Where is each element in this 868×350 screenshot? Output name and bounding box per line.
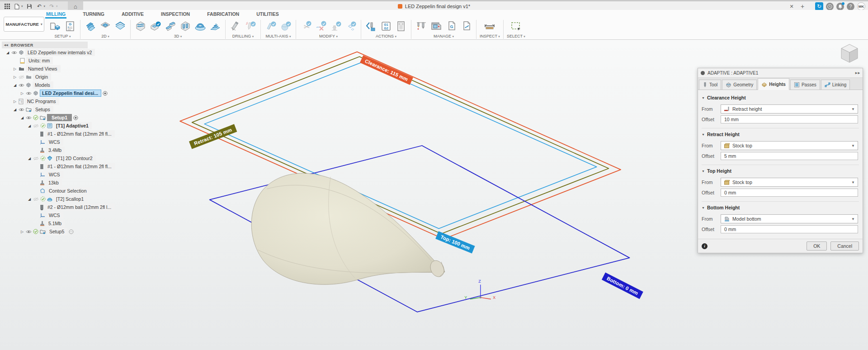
eye-icon[interactable] xyxy=(19,83,24,87)
generate-button[interactable] xyxy=(364,19,378,33)
tree-item-adaptive1[interactable]: ◢ [T1] Adaptive1 xyxy=(2,122,111,130)
radio-empty-icon[interactable] xyxy=(69,229,74,234)
trim-button[interactable]: ✂ xyxy=(299,19,313,33)
file-menu-caret-icon[interactable]: ▾ xyxy=(21,5,23,8)
post-process-button[interactable]: G1G2 xyxy=(379,19,393,33)
redo-icon[interactable]: ↷ xyxy=(48,3,55,10)
swarf-button[interactable] xyxy=(264,19,278,33)
view-cube[interactable] xyxy=(838,42,861,67)
user-avatar[interactable]: MK xyxy=(857,2,865,10)
eye-icon[interactable] xyxy=(11,51,17,55)
close-document-icon[interactable]: ✕ xyxy=(788,2,796,10)
setup-sheet-button[interactable] xyxy=(394,19,408,33)
tree-item-root-document[interactable]: ◢ LED Zeppelin new internals v2 xyxy=(2,48,111,57)
tree-item-named-views[interactable]: ▷ Named Views xyxy=(2,65,111,73)
group-caret-icon[interactable]: ▾ xyxy=(69,35,71,38)
eye-icon[interactable] xyxy=(26,230,32,234)
top-offset-input[interactable]: 0 mm xyxy=(721,189,858,197)
tree-item-tool3[interactable]: #2 - Ø12mm ball (12mm 2fl l... xyxy=(2,203,111,211)
measure-button[interactable] xyxy=(483,19,496,33)
machine-library-button[interactable] xyxy=(429,19,443,33)
2d-contour-button[interactable] xyxy=(113,19,127,33)
expand-arrow-icon[interactable]: ▷ xyxy=(13,75,17,79)
eye-off-icon[interactable] xyxy=(33,197,39,201)
post-library-button[interactable]: G xyxy=(444,19,458,33)
eye-off-icon[interactable] xyxy=(19,75,24,79)
expand-arrow-icon[interactable]: ▷ xyxy=(13,67,17,71)
tree-item-tool2[interactable]: #1 - Ø12mm flat (12mm 2fl fl... xyxy=(2,162,111,170)
template-library-button[interactable] xyxy=(459,19,473,33)
eye-off-icon[interactable] xyxy=(33,156,39,161)
tab-utilities[interactable]: UTILITIES xyxy=(255,11,280,19)
tree-item-size1[interactable]: 3.4Mb xyxy=(2,146,111,154)
delete-passes-button[interactable] xyxy=(314,19,328,33)
clearance-offset-input[interactable]: 10 mm xyxy=(721,115,858,123)
tree-item-setup1[interactable]: ◢ Setup1 xyxy=(2,114,111,122)
tab-milling[interactable]: MILLING xyxy=(45,11,66,19)
cancel-button[interactable]: Cancel xyxy=(830,241,859,251)
contour-button[interactable] xyxy=(179,19,192,33)
tree-item-units[interactable]: Units: mm xyxy=(2,57,111,65)
ok-button[interactable]: OK xyxy=(807,241,827,251)
active-radio-icon[interactable] xyxy=(73,115,78,120)
expand-arrow-icon[interactable]: ◢ xyxy=(27,156,32,161)
expand-arrow-icon[interactable]: ◢ xyxy=(5,51,10,55)
tree-item-nc-programs[interactable]: ▷ NC Programs xyxy=(2,97,111,105)
section-collapse-icon[interactable]: ▼ xyxy=(702,133,705,136)
viewport-canvas[interactable]: Z X Y Clearance: 115 mm Retract: 105 mm … xyxy=(0,40,868,350)
tab-fabrication[interactable]: FABRICATION xyxy=(206,11,240,19)
eye-icon[interactable] xyxy=(26,91,32,95)
pocket-clearing-button[interactable] xyxy=(149,19,162,33)
section-collapse-icon[interactable]: ▼ xyxy=(702,96,705,99)
adaptive-clearing-button[interactable] xyxy=(134,19,147,33)
pattern-button[interactable] xyxy=(344,19,358,33)
file-icon[interactable] xyxy=(14,3,20,10)
eye-icon[interactable] xyxy=(19,108,24,112)
tab-heights[interactable]: Heights xyxy=(758,78,789,90)
tab-tool[interactable]: Tool xyxy=(699,80,721,90)
tree-item-setups[interactable]: ◢ Setups xyxy=(2,105,111,114)
2d-pocket-button[interactable] xyxy=(99,19,112,33)
tab-passes[interactable]: Passes xyxy=(790,80,820,90)
tree-item-tool1[interactable]: #1 - Ø12mm flat (12mm 2fl fl... xyxy=(2,130,111,138)
tree-item-model-selected[interactable]: ▷ LED Zeppelin final desi... xyxy=(2,89,111,97)
tree-item-size3[interactable]: 5.1Mb xyxy=(2,219,111,227)
tree-item-contour-selection[interactable]: Contour Selection xyxy=(2,187,111,195)
2d-adaptive-button[interactable] xyxy=(84,19,97,33)
zeppelin-model[interactable] xyxy=(251,173,447,284)
new-document-tab-icon[interactable]: + xyxy=(798,2,807,10)
tree-item-setup5[interactable]: ▷ Setup5 xyxy=(2,227,111,236)
undo-icon[interactable]: ↶ xyxy=(36,3,43,10)
expand-arrow-icon[interactable]: ◢ xyxy=(13,108,17,112)
tree-item-size2[interactable]: 13kb xyxy=(2,179,111,187)
tree-item-wcs3[interactable]: WCS xyxy=(2,211,111,219)
top-from-select[interactable]: Stock top ▼ xyxy=(721,178,858,187)
info-icon[interactable]: i xyxy=(702,243,708,249)
app-grid-icon[interactable] xyxy=(4,3,10,10)
window-selection-button[interactable] xyxy=(509,19,523,33)
tree-item-models[interactable]: ◢ Models xyxy=(2,81,111,89)
tree-item-wcs1[interactable]: WCS xyxy=(2,138,111,146)
expand-arrow-icon[interactable]: ▷ xyxy=(20,230,24,234)
new-setup-button[interactable] xyxy=(48,19,62,33)
feed-height-button[interactable] xyxy=(329,19,343,33)
parallel-button[interactable] xyxy=(164,19,177,33)
workspace-selector-button[interactable]: MANUFACTURE▾ xyxy=(4,17,44,32)
tree-item-origin[interactable]: ▷ Origin xyxy=(2,73,111,81)
tool-library-button[interactable] xyxy=(415,19,428,33)
collapse-browser-icon[interactable]: ◂◂ xyxy=(4,43,8,47)
dialog-header[interactable]: ADAPTIVE : ADAPTIVE1 ►► xyxy=(698,68,863,78)
expand-arrow-icon[interactable]: ◢ xyxy=(20,116,24,120)
tab-inspection[interactable]: INSPECTION xyxy=(160,11,191,19)
active-radio-icon[interactable] xyxy=(103,91,108,96)
expand-arrow-icon[interactable]: ◢ xyxy=(27,124,32,128)
tree-item-2d-contour2[interactable]: ◢ [T1] 2D Contour2 xyxy=(2,154,111,162)
tab-geometry[interactable]: Geometry xyxy=(722,80,757,90)
dialog-collapse-icon[interactable]: ►► xyxy=(854,71,860,75)
redo-caret-icon[interactable]: ▾ xyxy=(56,5,58,8)
expand-arrow-icon[interactable]: ▷ xyxy=(13,99,17,104)
eye-icon[interactable] xyxy=(26,116,32,120)
retract-offset-input[interactable]: 5 mm xyxy=(721,152,858,160)
tree-item-scallop1[interactable]: ◢ [T2] Scallop1 xyxy=(2,195,111,203)
section-collapse-icon[interactable]: ▼ xyxy=(702,206,705,209)
